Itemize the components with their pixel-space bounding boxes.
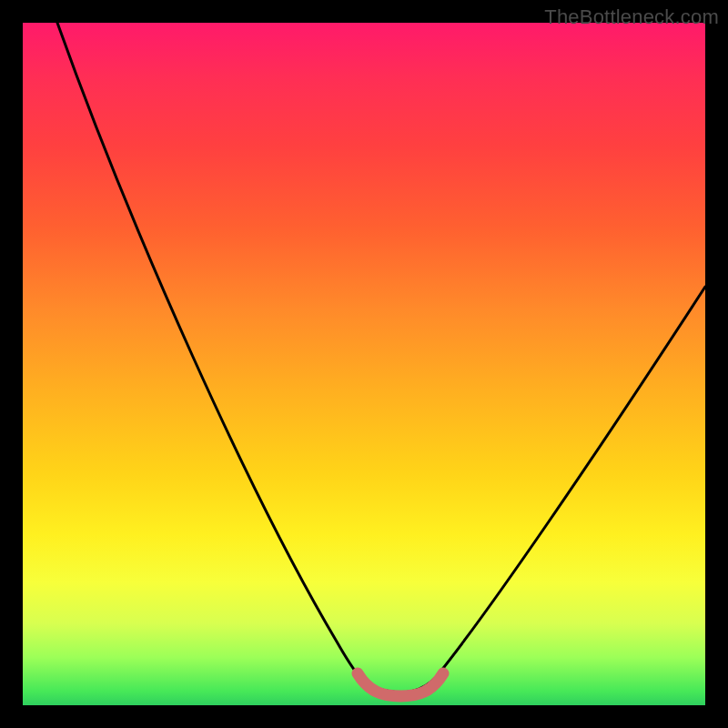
optimal-zone-marker-path — [358, 673, 443, 696]
attribution-text: TheBottleneck.com — [544, 5, 719, 29]
bottleneck-curve-path — [57, 23, 705, 693]
chart-frame: TheBottleneck.com — [0, 0, 728, 728]
marker-dot-left — [352, 668, 363, 679]
chart-svg — [23, 23, 705, 705]
marker-dot-right — [438, 668, 449, 679]
